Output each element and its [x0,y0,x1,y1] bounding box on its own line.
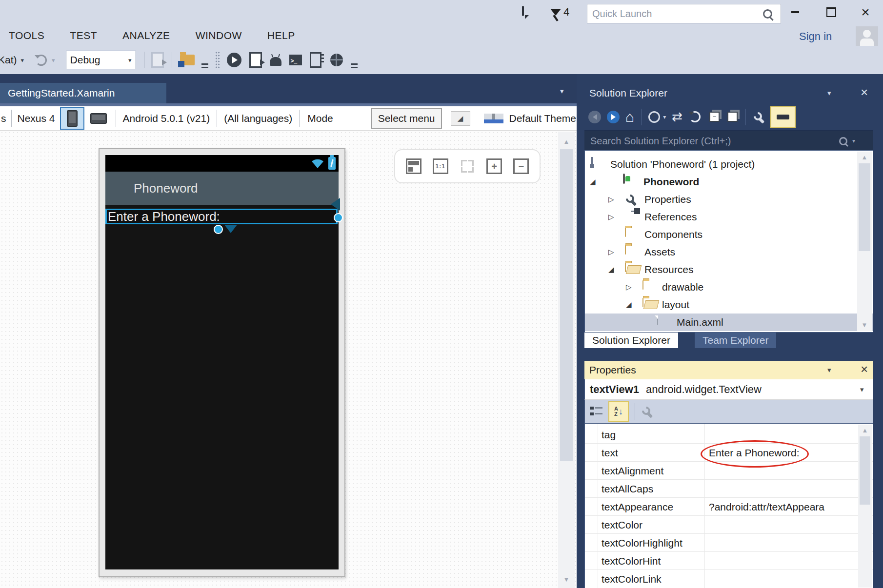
property-row[interactable]: textColor [585,516,873,534]
landscape-button[interactable] [86,107,111,130]
scrollbar-thumb[interactable] [560,149,573,461]
fit-to-screen-icon[interactable] [460,158,475,174]
deploy-device-icon[interactable] [249,52,262,68]
chevron-down-icon[interactable]: ▾ [21,57,24,64]
property-value[interactable] [709,480,855,498]
toolbar-grip[interactable] [215,51,220,69]
selection-handle-arrow[interactable] [224,225,237,233]
scroll-up-icon[interactable]: ▲ [857,152,872,162]
chevron-down-icon[interactable]: ▾ [52,57,55,64]
portrait-button[interactable] [60,107,84,130]
chevron-down-icon[interactable]: ▾ [852,137,855,144]
expander-collapsed-icon[interactable]: ▷ [626,278,632,296]
target-config-fragment[interactable]: Kat) [0,54,17,66]
tree-item-main-axml[interactable]: Main.axml [585,314,873,331]
window-position-icon[interactable]: ▾ [827,366,831,374]
property-value[interactable] [709,534,855,552]
tab-list-chevron-icon[interactable]: ▾ [560,87,564,96]
tree-item-components[interactable]: Components [585,226,873,243]
menu-help[interactable]: HELP [267,30,295,41]
feedback-icon[interactable] [522,7,524,16]
run-icon[interactable] [227,53,241,67]
toolbar-overflow-icon[interactable] [201,63,208,68]
toolbar-overflow-icon[interactable] [351,63,358,68]
attach-icon[interactable] [151,52,164,68]
scrollbar-thumb[interactable] [860,436,870,505]
split-view-icon[interactable] [406,158,421,174]
close-icon[interactable]: × [861,87,868,97]
properties-wrench-icon[interactable] [753,111,764,123]
notifications-filter[interactable]: 4 [550,6,569,19]
device-selector[interactable]: Nexus 4 [18,113,55,124]
home-icon[interactable]: ⌂ [625,111,634,123]
scrollbar-thumb[interactable] [859,163,870,251]
property-value[interactable] [709,570,855,588]
scroll-down-icon[interactable]: ▼ [857,319,872,330]
sync-icon[interactable]: ⇄ [672,109,682,124]
expander-collapsed-icon[interactable]: ▷ [608,243,614,261]
grid-scrollbar[interactable]: ▲ [858,425,872,588]
tab-team-explorer[interactable]: Team Explorer [695,333,776,348]
tree-scrollbar[interactable]: ▲ ▼ [857,152,872,331]
property-value[interactable] [709,552,855,570]
forward-icon[interactable] [607,111,620,123]
document-tab[interactable]: GettingStarted.Xamarin [0,83,166,103]
property-row[interactable]: textAppearance ?android:attr/textAppeara [585,498,873,516]
preview-selected-toggle[interactable] [770,106,796,128]
solution-explorer-search[interactable]: ▾ [584,131,873,151]
property-row[interactable]: textAllCaps [585,480,873,498]
preview-documents-icon[interactable] [727,112,738,122]
zoom-out-icon[interactable]: − [513,158,529,174]
device-log-icon[interactable] [310,52,321,68]
properties-object-row[interactable]: textView1 android.widget.TextView ▾ [584,379,873,400]
quick-launch-input[interactable] [591,5,754,22]
scroll-down-icon[interactable]: ▼ [558,573,575,585]
tree-item-solution[interactable]: Solution 'Phoneword' (1 project) [585,156,873,173]
expander-collapsed-icon[interactable]: ▷ [608,208,614,226]
scroll-up-icon[interactable]: ▲ [858,425,872,435]
expander-expanded-icon[interactable]: ◢ [608,261,614,278]
android-version-selector[interactable]: Android 5.0.1 (v21) [123,113,210,124]
solution-explorer-header[interactable]: Solution Explorer ▾ × [584,83,873,103]
chevron-down-icon[interactable]: ▾ [663,114,666,120]
open-folder-icon[interactable] [180,55,195,65]
android-sdk-icon[interactable] [270,54,281,66]
back-icon[interactable] [588,111,601,123]
properties-header[interactable]: Properties ▾ × [584,361,873,379]
menu-window[interactable]: WINDOW [196,30,242,41]
menu-analyze[interactable]: ANALYZE [122,30,170,41]
expander-collapsed-icon[interactable]: ▷ [608,191,614,208]
maximize-button[interactable] [821,4,842,20]
menu-tools[interactable]: TOOLS [9,30,44,41]
emulator-icon[interactable] [330,54,343,66]
chevron-down-icon[interactable]: ▾ [860,385,864,394]
close-icon[interactable]: × [861,364,868,374]
minimize-button[interactable] [784,4,806,20]
expander-expanded-icon[interactable]: ◢ [626,296,632,314]
search-input[interactable] [589,135,825,147]
tree-item-references[interactable]: ▷ References [585,208,873,226]
window-position-icon[interactable]: ▾ [827,89,831,98]
build-config-dropdown[interactable]: Debug ▾ [66,51,136,69]
sign-in-link[interactable]: Sign in [799,30,832,43]
tab-solution-explorer[interactable]: Solution Explorer [584,333,678,348]
property-value[interactable] [709,426,855,444]
resize-handle-arrow[interactable] [331,198,340,211]
select-menu-button[interactable]: Select menu [371,108,442,129]
property-row[interactable]: textColorHighlight [585,534,873,552]
zoom-in-icon[interactable]: + [486,158,502,174]
quick-launch[interactable] [587,4,781,23]
selection-handle-dot[interactable] [214,225,223,234]
actual-size-icon[interactable]: 1:1 [433,158,448,174]
designer-scrollbar[interactable]: ▲ ▼ [558,132,575,588]
wrench-icon[interactable] [641,406,653,417]
tree-item-properties[interactable]: ▷ Properties [585,191,873,208]
menu-test[interactable]: TEST [70,30,97,41]
tree-item-phoneword[interactable]: ◢ Phoneword [585,173,873,191]
pending-changes-icon[interactable] [648,111,660,123]
close-button[interactable]: × [855,4,876,20]
corner-triangle-icon[interactable]: ◢ [451,111,470,126]
categorized-icon[interactable] [590,406,602,417]
theme-selector[interactable]: Default Theme [509,113,576,124]
property-row[interactable]: textColorHint [585,552,873,570]
